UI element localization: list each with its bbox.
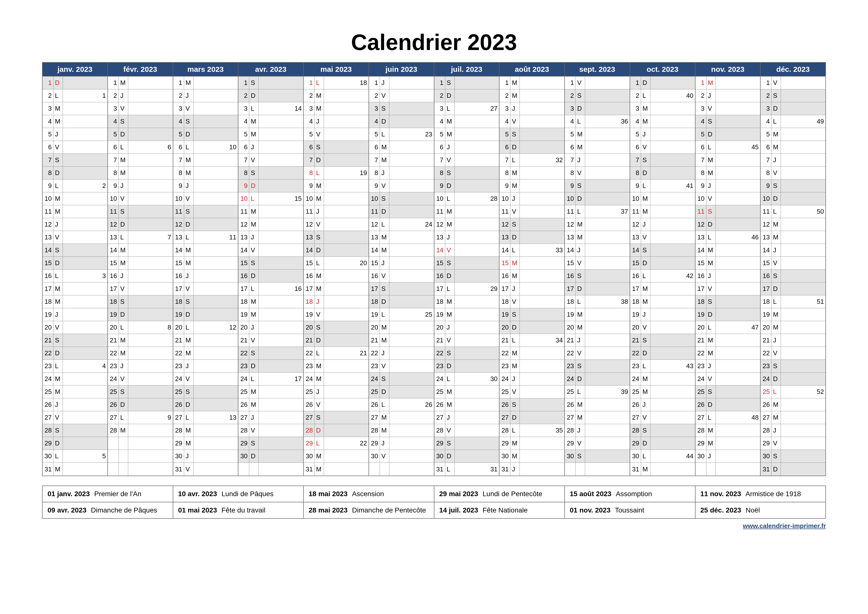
week-number — [194, 437, 238, 450]
day-of-week: S — [706, 205, 716, 218]
holiday-cell: 09 avr. 2023Dimanche de Pâques — [43, 502, 173, 518]
day-row: 27M — [369, 411, 434, 424]
day-number: 16 — [173, 270, 184, 282]
day-number: 29 — [43, 437, 53, 450]
day-number: 25 — [173, 386, 184, 398]
day-number: 25 — [43, 386, 53, 398]
day-row: 31D — [761, 463, 825, 476]
day-number: 3 — [304, 102, 315, 115]
day-number: 9 — [499, 180, 510, 192]
day-of-week: S — [380, 373, 389, 385]
day-of-week: L — [706, 231, 716, 243]
day-row: 21M — [369, 334, 434, 347]
day-of-week: J — [706, 450, 716, 462]
day-row: 28V — [434, 424, 499, 437]
day-row: 9J — [696, 180, 760, 192]
day-of-week: V — [380, 180, 389, 192]
day-row: 18M — [238, 295, 303, 308]
day-of-week: S — [641, 424, 651, 437]
day-row: 12J — [630, 218, 695, 231]
day-number: 29 — [630, 437, 641, 450]
calendar-grid: janv. 20231D2L13M4M5J6V7S8D9L210M11M12J1… — [42, 62, 826, 476]
day-number: 27 — [696, 411, 706, 424]
week-number — [128, 89, 173, 102]
day-number: 26 — [761, 398, 772, 411]
day-row: 3D — [565, 102, 630, 115]
day-of-week: S — [641, 154, 651, 166]
day-of-week: S — [510, 218, 520, 231]
week-number: 13 — [194, 411, 238, 424]
week-number — [781, 76, 825, 89]
day-number: 26 — [630, 398, 641, 411]
day-row: 13J — [238, 231, 303, 244]
day-row: 26M — [434, 398, 499, 411]
day-number: 16 — [304, 270, 315, 282]
day-number: 28 — [369, 424, 380, 437]
week-number: 3 — [63, 270, 107, 282]
month-header: juin 2023 — [369, 63, 434, 76]
day-number: 25 — [108, 386, 119, 398]
day-row: 3D — [761, 102, 825, 115]
source-link[interactable]: www.calendrier-imprimer.fr — [42, 522, 826, 530]
day-row: 15V — [761, 257, 825, 270]
week-number — [389, 463, 434, 476]
day-of-week: . — [119, 437, 128, 450]
day-of-week: V — [249, 424, 259, 437]
holiday-label: Lundi de Pentecôte — [483, 490, 542, 498]
day-row: 12M — [565, 218, 630, 231]
holiday-label: Premier de l'An — [94, 490, 141, 498]
day-number: 24 — [434, 373, 445, 385]
day-of-week: D — [510, 321, 520, 334]
day-of-week: J — [641, 398, 651, 411]
day-number: 30 — [434, 450, 445, 462]
day-row: 4L49 — [761, 115, 825, 128]
day-row: 29M — [696, 437, 760, 450]
week-number: 52 — [781, 386, 825, 398]
day-row: 4M — [434, 115, 499, 128]
week-number: 4 — [63, 360, 107, 372]
week-number — [194, 192, 238, 205]
day-row: 11M — [630, 205, 695, 218]
day-row: 20L47 — [696, 321, 760, 334]
day-number: 29 — [565, 437, 576, 450]
day-of-week: S — [380, 102, 389, 115]
week-number — [128, 386, 173, 398]
day-of-week: L — [445, 102, 455, 115]
day-of-week: M — [641, 192, 651, 205]
day-row: 19L25 — [369, 308, 434, 321]
day-number: 9 — [565, 180, 576, 192]
month-column: nov. 20231M2J3V4S5D6L457M8M9J10V11S12D13… — [696, 63, 761, 476]
day-of-week: D — [576, 102, 585, 115]
day-row: 29V — [761, 437, 825, 450]
week-number — [259, 450, 303, 462]
day-row: 27V — [43, 411, 107, 424]
day-number: 24 — [630, 373, 641, 385]
day-of-week: V — [380, 360, 389, 372]
week-number — [194, 463, 238, 476]
month-header: déc. 2023 — [761, 63, 825, 76]
day-row: 27V — [630, 411, 695, 424]
day-number: 8 — [630, 167, 641, 179]
day-of-week: S — [772, 89, 781, 102]
day-of-week: L — [315, 437, 324, 450]
day-of-week: J — [380, 167, 389, 179]
week-number: 22 — [324, 437, 369, 450]
week-number — [128, 115, 173, 128]
day-row: 28S — [630, 424, 695, 437]
day-number: 9 — [630, 180, 641, 192]
week-number — [716, 257, 760, 269]
page-title: Calendrier 2023 — [42, 30, 826, 55]
week-number — [128, 270, 173, 282]
day-number: 12 — [173, 218, 184, 231]
day-number: 30 — [761, 450, 772, 462]
day-number: 12 — [434, 218, 445, 231]
week-number — [455, 321, 499, 334]
day-of-week: D — [53, 257, 63, 269]
day-number: 6 — [369, 141, 380, 154]
day-row: 25L39 — [565, 386, 630, 398]
week-number — [389, 437, 434, 450]
day-row: 12L24 — [369, 218, 434, 231]
holiday-date: 11 nov. 2023 — [701, 490, 741, 498]
day-number: 21 — [630, 334, 641, 347]
day-of-week: M — [445, 295, 455, 308]
